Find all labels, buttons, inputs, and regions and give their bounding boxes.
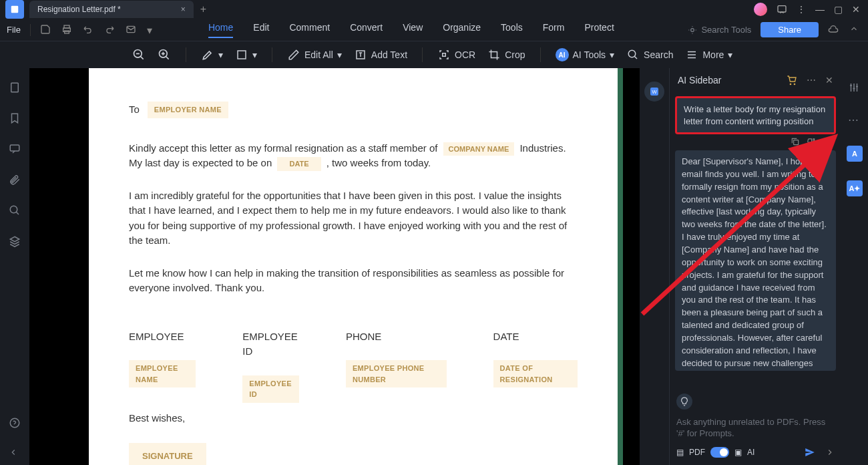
more-button[interactable]: More▾	[685, 48, 732, 61]
ai-avatar-column: W	[640, 68, 669, 465]
help-icon[interactable]	[9, 417, 21, 429]
print-icon[interactable]	[61, 24, 73, 36]
suggestions-icon[interactable]	[676, 394, 692, 410]
zoom-in-icon	[158, 48, 171, 61]
collapse-left-icon[interactable]	[9, 448, 21, 460]
close-sidebar-icon[interactable]: ✕	[825, 75, 833, 86]
save-icon[interactable]	[40, 24, 52, 36]
user-avatar-icon[interactable]	[754, 3, 767, 16]
new-tab-button[interactable]: +	[200, 3, 206, 15]
copy-icon[interactable]	[791, 137, 800, 146]
close-window-icon[interactable]: ✕	[852, 4, 860, 15]
maximize-icon[interactable]: ▢	[834, 4, 843, 15]
collapse-ribbon-icon[interactable]	[849, 24, 861, 36]
properties-icon[interactable]	[848, 82, 861, 95]
kebab-menu-icon[interactable]: ⋮	[797, 4, 806, 15]
insert-icon[interactable]	[823, 137, 832, 146]
field-signature[interactable]: SIGNATURE	[129, 443, 206, 465]
menu-view[interactable]: View	[403, 22, 423, 38]
col-date: DATE	[493, 329, 578, 345]
cloud-icon[interactable]	[828, 24, 840, 36]
menu-comment[interactable]: Comment	[289, 22, 330, 38]
expand-right-icon[interactable]	[825, 448, 835, 457]
ai-mode-icon: ▣	[734, 448, 742, 457]
highlight-button[interactable]: ▾	[201, 48, 223, 61]
layers-icon[interactable]	[9, 235, 21, 247]
menu-home[interactable]: Home	[208, 22, 233, 38]
signature-fields: EMPLOYEE EMPLOYEE NAME EMPLOYEE ID EMPLO…	[129, 329, 578, 403]
menu-convert[interactable]: Convert	[350, 22, 383, 38]
prompt-text: Write a letter body for my resignation l…	[684, 104, 825, 126]
ai-sidebar: AI Sidebar ⋯ ✕ Write a letter body for m…	[669, 68, 841, 465]
zoom-in-button[interactable]	[158, 48, 171, 61]
attachment-icon[interactable]	[9, 174, 21, 186]
divider	[30, 24, 31, 36]
thumbs-down-icon[interactable]	[807, 137, 816, 146]
body-text-3: Let me know how I can help in making the…	[129, 266, 578, 296]
svg-text:W: W	[652, 89, 657, 95]
ai-assistant-avatar-icon[interactable]: W	[644, 82, 664, 102]
closing-text: Best wishes,	[129, 411, 578, 426]
svg-rect-9	[238, 51, 246, 59]
undo-icon[interactable]	[83, 24, 95, 36]
menu-organize[interactable]: Organize	[443, 22, 481, 38]
search-tools[interactable]: Search Tools	[688, 25, 751, 35]
zoom-out-button[interactable]	[132, 48, 146, 61]
tab-document[interactable]: Resignation Letter.pdf * ×	[29, 1, 194, 18]
ai-translate-icon[interactable]: A	[847, 146, 863, 162]
ocr-button[interactable]: OCR	[437, 48, 475, 61]
divider	[272, 47, 272, 62]
menu-protect[interactable]: Protect	[584, 22, 614, 38]
svg-point-6	[691, 28, 694, 31]
crop-icon	[487, 48, 501, 61]
search-label: Search	[644, 49, 673, 60]
search-panel-icon[interactable]	[9, 204, 21, 216]
document-viewer[interactable]: X To EMPLOYER NAME Kindly accept this le…	[29, 68, 640, 465]
app-logo-icon	[5, 0, 24, 19]
ai-input[interactable]: Ask anything unrelated to PDFs. Press '#…	[676, 416, 835, 440]
search-button[interactable]: Search	[626, 48, 673, 61]
field-date[interactable]: DATE	[277, 157, 320, 171]
field-employer-name[interactable]: EMPLOYER NAME	[148, 102, 228, 118]
shape-button[interactable]: ▾	[235, 48, 257, 61]
crop-button[interactable]: Crop	[487, 48, 525, 61]
main-menu: Home Edit Comment Convert View Organize …	[208, 22, 614, 38]
menu-tools[interactable]: Tools	[501, 22, 523, 38]
mode-toggle[interactable]	[710, 447, 729, 458]
menu-edit[interactable]: Edit	[253, 22, 269, 38]
redo-icon[interactable]	[104, 24, 116, 36]
more-label: More	[702, 49, 724, 60]
ai-tools-button[interactable]: AIAI Tools▾	[556, 48, 615, 61]
tab-close-icon[interactable]: ×	[181, 5, 186, 14]
pen-icon	[287, 48, 300, 61]
menu-form[interactable]: Form	[543, 22, 565, 38]
comment-icon[interactable]	[9, 143, 21, 155]
cart-icon[interactable]	[787, 75, 797, 86]
field-date-resignation[interactable]: DATE OF RESIGNATION	[493, 360, 578, 388]
svg-rect-18	[794, 140, 799, 145]
chat-icon[interactable]	[777, 4, 787, 15]
field-phone[interactable]: EMPLOYEE PHONE NUMBER	[346, 360, 447, 388]
field-employee-name[interactable]: EMPLOYEE NAME	[129, 360, 196, 388]
more-vertical-icon[interactable]: ⋯	[848, 114, 861, 127]
body-text-2: I am incredibly grateful for the opportu…	[129, 188, 578, 249]
edit-all-button[interactable]: Edit All▾	[287, 48, 342, 61]
more-options-icon[interactable]: ⋯	[807, 75, 816, 86]
minimize-icon[interactable]: —	[815, 4, 825, 15]
page-thumbnails-icon[interactable]	[9, 82, 21, 94]
ai-response-text: Dear [Supervisor's Name], I hope this em…	[675, 150, 836, 371]
mail-icon[interactable]	[126, 24, 138, 36]
add-text-button[interactable]: Add Text	[354, 48, 407, 61]
ai-translate-alt-icon[interactable]: A✦	[847, 180, 863, 196]
titlebar: Resignation Letter.pdf * × + ⋮ — ▢ ✕	[0, 0, 868, 19]
share-button[interactable]: Share	[761, 22, 819, 37]
field-company-name[interactable]: COMPANY NAME	[443, 142, 515, 156]
hamburger-icon	[685, 48, 698, 61]
field-employee-id[interactable]: EMPLOYEE ID	[242, 375, 299, 403]
pdf-mode-icon: ▤	[676, 448, 684, 457]
dropdown-more-icon[interactable]: ▾	[147, 24, 159, 36]
bookmark-icon[interactable]	[9, 112, 21, 124]
send-icon[interactable]	[804, 446, 816, 458]
svg-rect-0	[11, 6, 19, 13]
file-menu-button[interactable]: File	[7, 25, 21, 35]
